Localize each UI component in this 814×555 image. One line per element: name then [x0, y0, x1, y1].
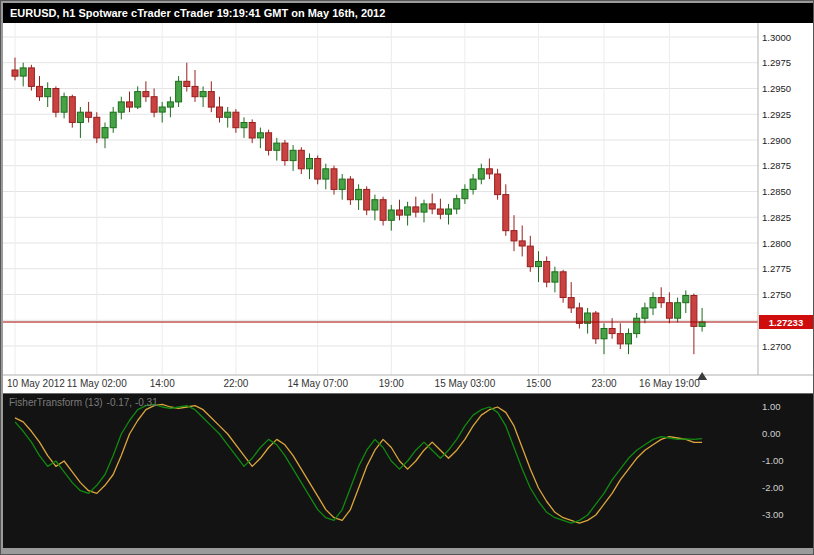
price-axis-label: 1.2975: [762, 57, 791, 68]
candle: [28, 65, 34, 91]
candle: [307, 153, 313, 179]
candle: [184, 63, 190, 92]
candle: [143, 81, 149, 102]
candle: [69, 95, 75, 128]
price-axis-label: 1.3000: [762, 32, 791, 43]
fisher-indicator-name: FisherTransform (13): [9, 397, 103, 408]
candle: [225, 107, 231, 128]
fisher-indicator-label: FisherTransform (13)-0.17, -0.31: [9, 397, 162, 408]
current-price-badge: 1.27233: [759, 315, 813, 329]
current-price-value: 1.27233: [769, 317, 803, 328]
candle: [176, 76, 182, 107]
candle: [331, 166, 337, 195]
candle: [601, 323, 607, 354]
candle: [118, 97, 124, 120]
trigger-line: [15, 404, 702, 523]
price-axis-label: 1.2950: [762, 83, 791, 94]
candle: [356, 184, 362, 210]
fisher-axis-label: 0.00: [762, 428, 781, 439]
candle: [217, 97, 223, 123]
candle: [159, 102, 165, 123]
candle: [617, 323, 623, 349]
time-axis[interactable]: 10 May 201211 May 02:0014:0022:0014 May …: [7, 378, 700, 389]
candles-layer: [12, 58, 705, 355]
candle: [298, 147, 304, 174]
candle: [45, 82, 51, 107]
chart-title: EURUSD, h1 Spotware cTrader cTrader 19:1…: [10, 7, 385, 19]
candle: [495, 169, 501, 200]
candle: [135, 86, 141, 109]
candle: [110, 107, 116, 133]
candle: [208, 81, 214, 112]
candle: [241, 117, 247, 138]
fisher-canvas[interactable]: 1.000.00-1.00-2.00-3.00: [3, 394, 813, 548]
ctrader-window: EURUSD, h1 Spotware cTrader cTrader 19:1…: [0, 0, 814, 555]
candle: [437, 199, 443, 220]
candle: [339, 174, 345, 200]
candle: [699, 308, 705, 332]
candle: [12, 58, 18, 81]
fisher-axis-label: -1.00: [762, 455, 784, 466]
candle: [486, 159, 492, 180]
candle: [102, 123, 108, 149]
candle: [127, 92, 133, 113]
candle: [421, 200, 427, 223]
candle: [658, 287, 664, 308]
candle: [544, 256, 550, 287]
price-axis-label: 1.2900: [762, 135, 791, 146]
h-gridlines: [3, 37, 758, 346]
time-axis-label: 15:00: [526, 378, 551, 389]
candle: [94, 112, 100, 143]
candle: [413, 197, 419, 218]
candle: [77, 107, 83, 138]
candle: [527, 236, 533, 272]
candle: [200, 86, 206, 107]
time-axis-label: 15 May 03:00: [435, 378, 496, 389]
candle: [536, 251, 542, 282]
candle: [585, 308, 591, 334]
current-time-marker: [697, 372, 707, 380]
candle: [478, 164, 484, 185]
price-axis-label: 1.2750: [762, 289, 791, 300]
candle: [634, 313, 640, 338]
candle: [462, 184, 468, 204]
candle: [683, 290, 689, 313]
candle: [380, 197, 386, 226]
candle: [576, 303, 582, 329]
candle: [650, 292, 656, 315]
time-axis-label: 10 May 2012: [7, 378, 65, 389]
fisher-axis-label: -3.00: [762, 509, 784, 520]
time-axis-label: 11 May 02:00: [67, 378, 127, 389]
candle: [609, 318, 615, 339]
price-axis-label: 1.2800: [762, 238, 791, 249]
candle: [364, 186, 370, 215]
candle: [446, 204, 452, 225]
price-chart-canvas[interactable]: 1.30001.29751.29501.29251.29001.28751.28…: [3, 23, 813, 393]
fisher-indicator-values: -0.17, -0.31: [107, 397, 158, 408]
candle: [86, 102, 92, 123]
candle: [511, 215, 517, 251]
candle: [626, 329, 632, 355]
price-axis-label: 1.2700: [762, 341, 791, 352]
price-axis-label: 1.2850: [762, 186, 791, 197]
price-axis[interactable]: 1.30001.29751.29501.29251.29001.28751.28…: [762, 32, 791, 352]
price-chart[interactable]: 1.30001.29751.29501.29251.29001.28751.28…: [3, 23, 813, 393]
chart-title-bar: EURUSD, h1 Spotware cTrader cTrader 19:1…: [3, 3, 813, 23]
fisher-panel[interactable]: FisherTransform (13)-0.17, -0.31 1.000.0…: [3, 393, 813, 548]
candle: [233, 109, 239, 133]
time-axis-label: 23:00: [591, 378, 616, 389]
candle: [675, 298, 681, 323]
time-axis-label: 14 May 07:00: [287, 378, 348, 389]
candle: [503, 184, 509, 236]
fisher-axis-label: -2.00: [762, 482, 784, 493]
time-axis-label: 14:00: [150, 378, 175, 389]
time-axis-label: 22:00: [223, 378, 248, 389]
candle: [192, 70, 198, 102]
candle: [266, 130, 272, 156]
candle: [20, 63, 26, 87]
price-axis-label: 1.2825: [762, 212, 791, 223]
candle: [593, 311, 599, 344]
candle: [519, 226, 525, 257]
candle: [347, 176, 353, 205]
fisher-axis[interactable]: 1.000.00-1.00-2.00-3.00: [762, 401, 784, 520]
